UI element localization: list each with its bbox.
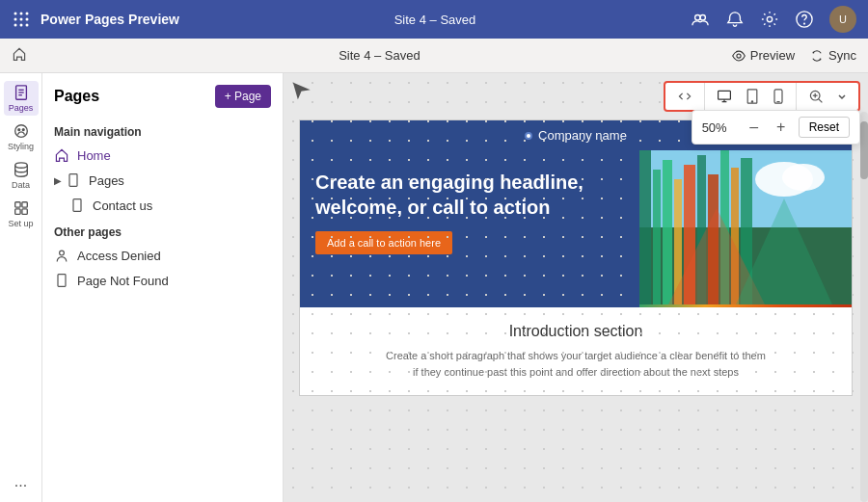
svg-rect-42 bbox=[653, 170, 661, 304]
cursor-icon bbox=[291, 81, 311, 105]
zoom-toolbar-section bbox=[797, 83, 858, 110]
help-icon[interactable] bbox=[795, 10, 814, 29]
svg-rect-26 bbox=[21, 209, 26, 214]
intro-title: Introduction section bbox=[315, 323, 836, 340]
code-toolbar-section bbox=[665, 83, 705, 110]
svg-point-27 bbox=[60, 251, 65, 255]
site-status: Site 4 – Saved bbox=[394, 13, 476, 27]
svg-point-8 bbox=[26, 24, 29, 27]
person-page-icon bbox=[54, 248, 69, 263]
icon-nav: Pages Styling Data bbox=[0, 73, 42, 502]
notification-icon[interactable] bbox=[725, 10, 745, 29]
scroll-thumb bbox=[860, 121, 868, 179]
sidebar-item-access-denied[interactable]: Access Denied bbox=[42, 243, 283, 268]
hero-headline: Create an engaging headline, welcome, or… bbox=[315, 170, 624, 220]
svg-point-7 bbox=[20, 24, 23, 27]
preview-scrollbar[interactable] bbox=[860, 112, 868, 502]
nav-data[interactable]: Data bbox=[4, 158, 39, 193]
tablet-view-button[interactable] bbox=[742, 87, 763, 106]
hero-text: Create an engaging headline, welcome, or… bbox=[300, 150, 639, 307]
sidebar-item-home[interactable]: Home ··· bbox=[42, 143, 283, 168]
svg-point-10 bbox=[700, 15, 705, 20]
hero-image bbox=[639, 150, 852, 307]
add-page-button[interactable]: + Page bbox=[215, 85, 271, 108]
sidebar-header: Pages + Page bbox=[42, 85, 283, 118]
preview-toolbar bbox=[664, 81, 860, 112]
svg-point-2 bbox=[26, 13, 29, 15]
nav-setup-label: Set up bbox=[8, 219, 33, 228]
main-layout: Pages Styling Data bbox=[0, 73, 868, 502]
svg-rect-25 bbox=[14, 209, 19, 214]
second-bar-right: Preview Sync bbox=[732, 48, 856, 63]
top-bar: Power Pages Preview Site 4 – Saved bbox=[0, 0, 868, 39]
sidebar: Pages + Page Main navigation Home ··· ▶ … bbox=[42, 73, 284, 502]
pages-icon bbox=[66, 172, 81, 188]
home-icon-bar[interactable] bbox=[12, 46, 27, 65]
sidebar-item-pages[interactable]: ▶ Pages bbox=[42, 168, 283, 193]
svg-rect-24 bbox=[21, 202, 26, 207]
svg-point-19 bbox=[14, 125, 27, 138]
community-icon[interactable] bbox=[691, 10, 710, 29]
app-title: Power Pages Preview bbox=[41, 12, 179, 27]
svg-point-11 bbox=[767, 16, 772, 21]
zoom-button[interactable] bbox=[804, 87, 827, 106]
preview-area: 50% – + Reset Company name Create an eng… bbox=[284, 73, 868, 502]
svg-point-1 bbox=[20, 13, 23, 15]
svg-point-13 bbox=[804, 23, 805, 24]
nav-data-label: Data bbox=[12, 180, 30, 190]
nav-more-icon[interactable]: ··· bbox=[14, 477, 27, 494]
sidebar-item-contact[interactable]: Contact us bbox=[42, 193, 283, 218]
svg-point-6 bbox=[14, 24, 17, 27]
zoom-dropdown: 50% – + Reset bbox=[692, 110, 860, 145]
svg-point-9 bbox=[695, 15, 700, 20]
hero-section: Create an engaging headline, welcome, or… bbox=[300, 150, 852, 307]
canvas: Company name Create an engaging headline… bbox=[299, 119, 853, 396]
home-label: Home bbox=[77, 148, 260, 163]
page-not-found-icon bbox=[54, 273, 69, 288]
nav-setup[interactable]: Set up bbox=[4, 197, 39, 231]
app-grid-icon[interactable] bbox=[12, 10, 31, 29]
svg-point-30 bbox=[751, 101, 752, 102]
nav-pages[interactable]: Pages bbox=[4, 81, 39, 116]
settings-icon[interactable] bbox=[760, 10, 779, 29]
second-bar: Site 4 – Saved Preview Sync bbox=[0, 39, 868, 73]
svg-point-5 bbox=[26, 18, 29, 21]
toolbar-chevron-button[interactable] bbox=[833, 90, 851, 103]
svg-point-21 bbox=[22, 129, 24, 131]
svg-point-40 bbox=[782, 164, 825, 191]
expand-icon: ▶ bbox=[54, 175, 62, 186]
top-bar-center: Site 4 – Saved bbox=[394, 13, 476, 27]
nav-styling-label: Styling bbox=[8, 142, 34, 151]
contact-page-icon bbox=[69, 198, 85, 213]
access-denied-label: Access Denied bbox=[77, 249, 271, 263]
code-view-button[interactable] bbox=[673, 87, 696, 106]
sidebar-item-page-not-found[interactable]: Page Not Found bbox=[42, 268, 283, 293]
svg-point-14 bbox=[737, 53, 741, 57]
pages-label: Pages bbox=[89, 173, 271, 188]
nav-styling[interactable]: Styling bbox=[4, 119, 39, 154]
zoom-reset-button[interactable]: Reset bbox=[799, 117, 850, 138]
mobile-view-button[interactable] bbox=[769, 87, 788, 106]
top-bar-left: Power Pages Preview bbox=[12, 10, 179, 29]
zoom-in-button[interactable]: + bbox=[772, 118, 791, 137]
user-avatar[interactable]: U bbox=[829, 6, 856, 33]
zoom-out-button[interactable]: – bbox=[745, 118, 764, 137]
svg-point-0 bbox=[14, 13, 17, 15]
main-nav-section-title: Main navigation bbox=[42, 118, 283, 143]
svg-point-3 bbox=[14, 18, 17, 21]
zoom-value: 50% bbox=[702, 120, 737, 135]
svg-rect-41 bbox=[639, 150, 651, 304]
desktop-view-button[interactable] bbox=[713, 87, 736, 106]
svg-rect-28 bbox=[719, 91, 731, 99]
sidebar-title: Pages bbox=[54, 88, 99, 105]
nav-pages-label: Pages bbox=[9, 103, 34, 113]
preview-button[interactable]: Preview bbox=[732, 48, 795, 63]
hero-cta-button[interactable]: Add a call to action here bbox=[315, 231, 452, 254]
svg-rect-23 bbox=[14, 202, 19, 207]
top-bar-right: U bbox=[691, 6, 856, 33]
page-not-found-label: Page Not Found bbox=[77, 274, 271, 288]
intro-section: Introduction section Create a short para… bbox=[300, 307, 852, 395]
sync-button[interactable]: Sync bbox=[810, 48, 856, 63]
company-dot-icon bbox=[525, 132, 532, 140]
svg-point-20 bbox=[17, 129, 19, 131]
